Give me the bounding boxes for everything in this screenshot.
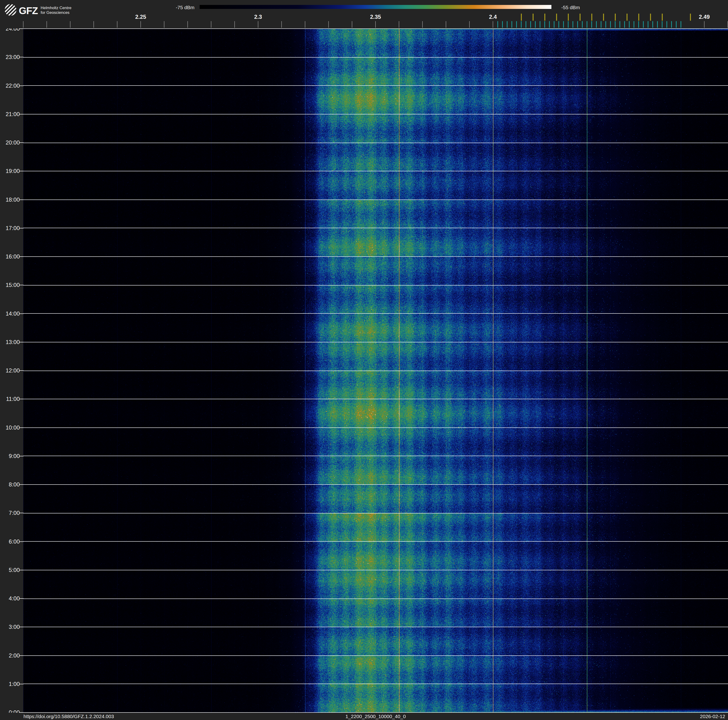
wifi-channel-tick	[638, 14, 639, 21]
freq-tick-minor	[704, 21, 705, 28]
time-axis-tick	[19, 114, 23, 115]
gfz-logo-icon	[5, 4, 17, 16]
filename-label: 1_2200_2500_10000_40_0	[23, 714, 728, 719]
ble-channel-tick	[667, 21, 667, 28]
ble-channel-tick	[563, 21, 564, 28]
gfz-org-name: Helmholtz Centre for Geosciences	[41, 6, 71, 15]
gfz-org-line1: Helmholtz Centre	[41, 6, 71, 10]
time-axis-tick	[19, 627, 23, 627]
time-axis-label: 16:00	[0, 253, 20, 260]
wifi-channel-tick	[690, 14, 691, 21]
ble-channel-tick	[624, 21, 625, 28]
ble-channel-tick	[511, 21, 512, 28]
time-axis-tick	[19, 199, 23, 200]
time-axis-label: 8:00	[0, 481, 20, 488]
ble-channel-tick	[629, 21, 630, 28]
time-axis-tick	[19, 484, 23, 485]
freq-tick-minor	[258, 21, 258, 28]
wifi-channel-tick	[591, 14, 592, 21]
freq-tick-minor	[446, 21, 446, 28]
date-label: 2026-02-12	[700, 714, 725, 719]
freq-tick-minor	[375, 21, 376, 28]
time-axis-tick	[19, 342, 23, 342]
ble-channel-tick	[535, 21, 536, 28]
time-axis-label: 9:00	[0, 453, 20, 460]
time-axis-tick	[19, 541, 23, 542]
footer: https://doi.org/10.5880/GFZ.1.2.2024.003…	[0, 713, 728, 720]
ble-channel-tick	[662, 21, 662, 28]
ble-channel-tick	[633, 21, 634, 28]
time-axis-label: 22:00	[0, 83, 20, 89]
time-axis-tick	[19, 427, 23, 428]
freq-tick-minor	[352, 21, 352, 28]
wifi-channel-tick	[521, 14, 522, 21]
time-axis-label: 5:00	[0, 567, 20, 573]
ble-channel-tick	[676, 21, 677, 28]
gfz-org-line2: for Geosciences	[41, 10, 71, 15]
freq-axis-label: 2.3	[254, 14, 262, 20]
freq-tick-minor	[469, 21, 470, 28]
time-axis-label: 7:00	[0, 510, 20, 516]
time-axis-label: 4:00	[0, 595, 20, 602]
wifi-channel-tick	[544, 14, 545, 21]
freq-tick-minor	[164, 21, 164, 28]
freq-tick-minor	[70, 21, 70, 28]
wifi-channel-tick	[615, 14, 616, 21]
ble-channel-tick	[554, 21, 554, 28]
freq-tick-minor	[305, 21, 305, 28]
wifi-channel-tick	[650, 14, 651, 21]
time-axis-tick	[19, 456, 23, 457]
time-axis-tick	[19, 142, 23, 143]
time-axis-label: 12:00	[0, 367, 20, 374]
wifi-channel-tick	[627, 14, 627, 21]
freq-tick-minor	[399, 21, 399, 28]
ble-channel-tick	[681, 21, 681, 28]
ble-channel-tick	[596, 21, 597, 28]
ble-channel-tick	[587, 21, 587, 28]
freq-axis-label: 2.4	[489, 14, 497, 20]
time-axis-tick	[19, 570, 23, 570]
ble-channel-tick	[582, 21, 583, 28]
ble-channel-tick	[549, 21, 550, 28]
time-axis-tick	[19, 228, 23, 228]
wifi-channel-tick	[556, 14, 557, 21]
header: GFZ Helmholtz Centre for Geosciences -75…	[0, 0, 728, 28]
ble-channel-tick	[558, 21, 559, 28]
freq-tick-minor	[187, 21, 188, 28]
ble-channel-tick	[530, 21, 531, 28]
time-axis-label: 10:00	[0, 424, 20, 431]
freq-tick-minor	[117, 21, 118, 28]
freq-tick-minor	[93, 21, 94, 28]
ble-channel-tick	[601, 21, 601, 28]
ble-channel-tick	[577, 21, 578, 28]
freq-tick-minor	[281, 21, 282, 28]
time-axis-label: 18:00	[0, 196, 20, 203]
time-axis-tick	[19, 285, 23, 285]
time-axis-tick	[19, 86, 23, 86]
wifi-channel-tick	[568, 14, 569, 21]
freq-tick-minor	[234, 21, 235, 28]
ble-channel-tick	[638, 21, 639, 28]
time-axis-label: 13:00	[0, 339, 20, 345]
time-axis-label: 1:00	[0, 681, 20, 687]
wifi-channel-tick	[662, 14, 663, 21]
time-axis-tick	[19, 656, 23, 656]
gfz-logo-text: GFZ	[19, 5, 38, 17]
wifi-channel-tick	[603, 14, 604, 21]
ble-channel-tick	[526, 21, 526, 28]
ble-channel-tick	[516, 21, 517, 28]
time-axis-tick	[19, 28, 23, 29]
freq-tick-minor	[211, 21, 211, 28]
ble-channel-tick	[591, 21, 592, 28]
time-axis-tick	[19, 399, 23, 399]
time-axis-tick	[19, 171, 23, 171]
ble-channel-tick	[648, 21, 648, 28]
time-axis-tick	[19, 513, 23, 513]
freq-axis-label: 2.25	[135, 14, 146, 20]
spectrogram-heatmap	[23, 28, 728, 713]
freq-axis-label: 2.35	[370, 14, 381, 20]
time-axis-label: 14:00	[0, 310, 20, 317]
time-axis-label: 6:00	[0, 538, 20, 545]
freq-axis-label: 2.49	[699, 14, 710, 20]
ble-channel-tick	[540, 21, 540, 28]
